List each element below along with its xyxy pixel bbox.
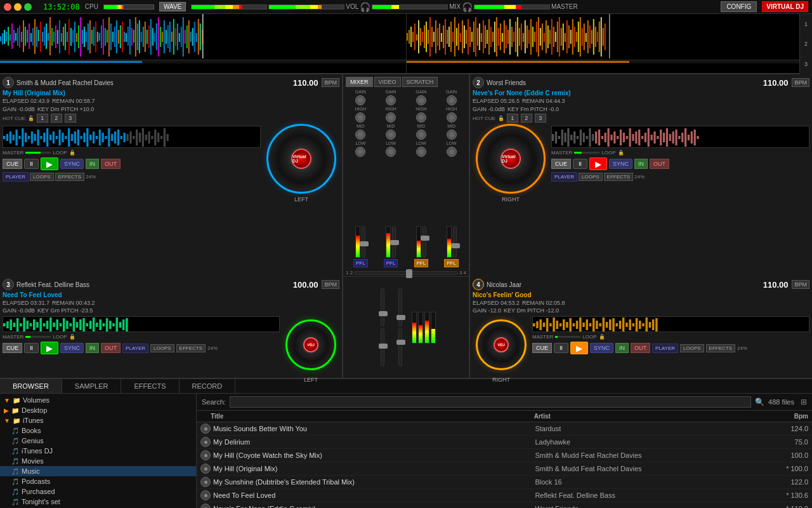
sidebar-item-genius[interactable]: 🎵 Genius	[0, 436, 196, 446]
deck4-in-btn[interactable]: IN	[615, 343, 629, 353]
ch1-fader[interactable]	[362, 226, 365, 258]
deck1-in-btn[interactable]: IN	[86, 159, 99, 169]
deck1-hc1[interactable]: 1	[37, 114, 48, 123]
mixer-tab-video[interactable]: VIDEO	[374, 77, 401, 87]
mini-btn-1[interactable]: 1	[804, 21, 808, 27]
deck3-out-btn[interactable]: OUT	[101, 343, 121, 353]
track-row[interactable]: Need To Feel LovedReflekt Feat. Delline …	[197, 489, 812, 502]
deck4-out-btn[interactable]: OUT	[631, 343, 650, 353]
browser-tab-sampler[interactable]: SAMPLER	[62, 379, 122, 393]
ch4-high-knob[interactable]	[447, 112, 457, 123]
sidebar-item-movies[interactable]: 🎵 Movies	[0, 456, 196, 466]
deck3-loops-btn[interactable]: LOOPS	[150, 344, 174, 352]
deck4-waveform[interactable]	[532, 316, 809, 332]
deck4-cue-btn[interactable]: CUE	[532, 343, 552, 353]
search-input[interactable]	[230, 396, 751, 408]
deck4-sync-btn[interactable]: SYNC	[590, 343, 613, 353]
ch3-pfl-btn[interactable]: PFL	[414, 259, 429, 267]
deck2-out-btn[interactable]: OUT	[650, 159, 669, 169]
deck2-turntable[interactable]: Virtual DJ	[476, 124, 546, 194]
ch4-mid-knob[interactable]	[447, 130, 457, 140]
ch2-low-knob[interactable]	[386, 147, 396, 157]
deck1-pause-btn[interactable]: ⏸	[24, 159, 39, 169]
ch1-pfl-btn[interactable]: PFL	[353, 259, 368, 267]
ch4-low-knob[interactable]	[447, 147, 457, 157]
deck4-pause-btn[interactable]: ⏸	[554, 343, 568, 353]
waveform-left[interactable]	[0, 14, 407, 73]
deck2-in-btn[interactable]: IN	[634, 159, 648, 169]
sidebar-item-music[interactable]: 🎵 Music	[0, 466, 196, 476]
search-icon[interactable]: 🔍	[755, 398, 764, 406]
ch4-fader[interactable]	[453, 226, 457, 258]
ch3-gain-knob[interactable]	[416, 95, 426, 105]
mixer-tab-mixer[interactable]: MIXER	[346, 77, 373, 87]
deck4-loops-btn[interactable]: LOOPS	[680, 344, 704, 352]
deck1-effects-btn[interactable]: EFFECTS	[55, 173, 84, 181]
ch2-pfl-btn[interactable]: PFL	[384, 259, 398, 267]
sidebar-item-volumes[interactable]: ▼ 📁 Volumes	[0, 395, 196, 405]
deck1-loops-btn[interactable]: LOOPS	[30, 173, 54, 181]
mini-btn-2[interactable]: 2	[804, 41, 808, 47]
deck2-waveform[interactable]	[551, 126, 809, 148]
ch3-mid-knob[interactable]	[416, 130, 426, 140]
deck4-effects-btn[interactable]: EFFECTS	[706, 344, 735, 352]
ch4-pfl-btn[interactable]: PFL	[444, 259, 459, 267]
deck4-player-btn[interactable]: PLAYER	[652, 344, 678, 353]
deck3-in-btn[interactable]: IN	[86, 343, 99, 353]
ch3-high-knob[interactable]	[416, 112, 426, 123]
waveform-right[interactable]	[407, 14, 813, 73]
deck2-hc2[interactable]: 2	[521, 114, 532, 123]
track-row[interactable]: Neve's For None (Eddie C remix)Worst Fri…	[197, 502, 812, 508]
browser-tab-browser[interactable]: BROWSER	[0, 379, 62, 393]
deck1-cue-btn[interactable]: CUE	[3, 159, 22, 169]
deck2-sync-btn[interactable]: SYNC	[609, 159, 632, 169]
ch1-low-knob[interactable]	[355, 147, 365, 157]
view-toggle-icon[interactable]: ⊞	[801, 398, 807, 406]
deck2-pause-btn[interactable]: ⏸	[573, 159, 587, 169]
track-row[interactable]: My Hill (Original Mix)Smith & Mudd Feat …	[197, 462, 812, 476]
deck2-effects-btn[interactable]: EFFECTS	[604, 173, 633, 181]
sidebar-item-itunesdj[interactable]: 🎵 iTunes DJ	[0, 446, 196, 456]
sidebar-item-podcasts[interactable]: 🎵 Podcasts	[0, 476, 196, 486]
deck3-effects-btn[interactable]: EFFECTS	[176, 344, 206, 352]
ch2-high-knob[interactable]	[386, 112, 396, 123]
browser-tab-effects[interactable]: EFFECTS	[121, 379, 179, 393]
deck4-play-btn[interactable]: ▶	[570, 342, 588, 354]
sidebar-item-purchased[interactable]: 🎵 Purchased	[0, 486, 196, 497]
deck3-turntable[interactable]: VDJ	[285, 319, 336, 370]
deck1-turntable[interactable]: Virtual DJ	[266, 124, 336, 194]
track-row[interactable]: My DeliriumLadyhawke75.0	[197, 436, 812, 449]
deck1-player-btn[interactable]: PLAYER	[3, 172, 29, 182]
deck2-player-btn[interactable]: PLAYER	[551, 172, 577, 182]
sidebar-item-books[interactable]: 🎵 Books	[0, 425, 196, 436]
deck4-turntable[interactable]: VDJ	[476, 319, 527, 370]
close-btn[interactable]	[4, 3, 11, 11]
track-row[interactable]: My Sunshine (Dubtribe's Extended Tribal …	[197, 476, 812, 489]
deck1-out-btn[interactable]: OUT	[101, 159, 121, 169]
ch2-mid-knob[interactable]	[386, 130, 396, 140]
browser-tab-record[interactable]: RECORD	[180, 379, 236, 393]
crossfader[interactable]	[354, 271, 458, 275]
ch3-low-knob[interactable]	[416, 147, 426, 157]
deck3-sync-btn[interactable]: SYNC	[60, 343, 84, 353]
mixer-tab-scratch[interactable]: SCRATCH	[402, 77, 438, 87]
minimize-btn[interactable]	[14, 3, 22, 11]
ch4-gain-knob[interactable]	[447, 95, 457, 105]
deck2-hc3[interactable]: 3	[535, 114, 546, 123]
ch1-gain-knob[interactable]	[355, 95, 365, 105]
ch2-gain-knob[interactable]	[386, 95, 396, 105]
deck1-waveform[interactable]	[3, 126, 261, 148]
mini-btn-3[interactable]: 3	[804, 61, 808, 67]
config-button[interactable]: CONFIG	[721, 1, 757, 12]
deck1-hc2[interactable]: 2	[51, 114, 62, 123]
deck3-cue-btn[interactable]: CUE	[3, 343, 22, 353]
sidebar-item-tonights-set[interactable]: 🎵 Tonight's set	[0, 497, 196, 507]
sidebar-item-itunes[interactable]: ▼ 📁 iTunes	[0, 415, 196, 425]
deck2-play-btn[interactable]: ▶	[589, 157, 607, 170]
ch1-high-knob[interactable]	[355, 112, 365, 123]
ch3-fader[interactable]	[422, 226, 426, 258]
deck3-waveform[interactable]	[3, 316, 280, 332]
track-row[interactable]: My Hill (Coyote Watch the Sky Mix)Smith …	[197, 449, 812, 462]
deck2-hc1[interactable]: 1	[507, 114, 518, 123]
ch2-fader[interactable]	[392, 226, 396, 258]
